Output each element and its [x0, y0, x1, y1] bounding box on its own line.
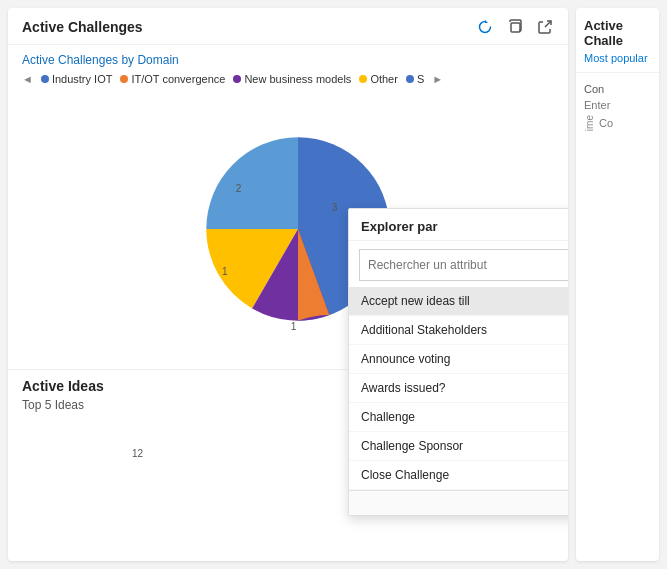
pie-slice-2[interactable]	[206, 137, 298, 229]
legend-item-3: New business models	[233, 73, 351, 85]
legend-dot-1	[41, 75, 49, 83]
legend-dot-2	[120, 75, 128, 83]
legend-label-5: S	[417, 73, 424, 85]
legend-label-2: IT/OT convergence	[131, 73, 225, 85]
svg-line-1	[545, 21, 551, 27]
legend-dot-4	[359, 75, 367, 83]
export-icon[interactable]	[536, 18, 554, 36]
right-panel-popular: Most popular	[584, 52, 651, 64]
legend-dot-3	[233, 75, 241, 83]
bar-number: 12	[132, 448, 143, 459]
dropdown-list: Accept new ideas till Additional Stakeho…	[349, 287, 568, 490]
pie-label-2: 2	[236, 183, 242, 194]
left-panel: Active Challenges	[8, 8, 568, 561]
right-label-co: Co	[599, 117, 613, 129]
right-panel: Active Challe Most popular Con Enter ime…	[576, 8, 659, 561]
legend-label-1: Industry IOT	[52, 73, 113, 85]
header-icons	[476, 18, 554, 36]
copy-icon[interactable]	[506, 18, 524, 36]
dropdown-item-5[interactable]: Challenge Sponsor	[349, 432, 568, 461]
dropdown-item-6[interactable]: Close Challenge	[349, 461, 568, 490]
pie-label-1b: 1	[291, 321, 297, 332]
right-panel-title: Active Challe	[584, 18, 651, 48]
legend-item-2: IT/OT convergence	[120, 73, 225, 85]
dropdown-item-3[interactable]: Awards issued?	[349, 374, 568, 403]
legend-row: ◄ Industry IOT IT/OT convergence New bus…	[22, 73, 554, 85]
panel-header: Active Challenges	[8, 8, 568, 45]
main-area: Active Challenges	[0, 0, 667, 569]
right-panel-header: Active Challe Most popular	[576, 8, 659, 73]
chart-subtitle: Active Challenges by Domain	[22, 53, 554, 67]
dropdown-item-2[interactable]: Announce voting	[349, 345, 568, 374]
dropdown-search-row	[359, 249, 568, 281]
pie-label-1a: 1	[222, 266, 228, 277]
legend-label-3: New business models	[244, 73, 351, 85]
dropdown-search-input[interactable]	[360, 253, 568, 277]
dropdown-item-0[interactable]: Accept new ideas till	[349, 287, 568, 316]
legend-dot-5	[406, 75, 414, 83]
legend-item-1: Industry IOT	[41, 73, 113, 85]
svg-rect-0	[511, 23, 520, 32]
chart-section: Active Challenges by Domain ◄ Industry I…	[8, 45, 568, 89]
right-label-con: Con	[584, 83, 651, 95]
legend-item-5: S	[406, 73, 424, 85]
panel-title: Active Challenges	[22, 19, 143, 35]
dropdown-title: Explorer par	[349, 209, 568, 241]
legend-label-4: Other	[370, 73, 398, 85]
legend-item-4: Other	[359, 73, 398, 85]
legend-next[interactable]: ►	[432, 73, 443, 85]
refresh-icon[interactable]	[476, 18, 494, 36]
right-label-enter: Enter	[584, 99, 651, 111]
legend-prev[interactable]: ◄	[22, 73, 33, 85]
dropdown-footer: ✓ Name	[349, 490, 568, 515]
dropdown-overlay: Explorer par Accept new ideas till Addit…	[348, 208, 568, 516]
dropdown-item-1[interactable]: Additional Stakeholders	[349, 316, 568, 345]
pie-label-3: 3	[332, 202, 338, 213]
right-label-ime: ime	[584, 115, 595, 131]
dropdown-item-4[interactable]: Challenge	[349, 403, 568, 432]
right-panel-content: Con Enter ime Co	[576, 73, 659, 137]
